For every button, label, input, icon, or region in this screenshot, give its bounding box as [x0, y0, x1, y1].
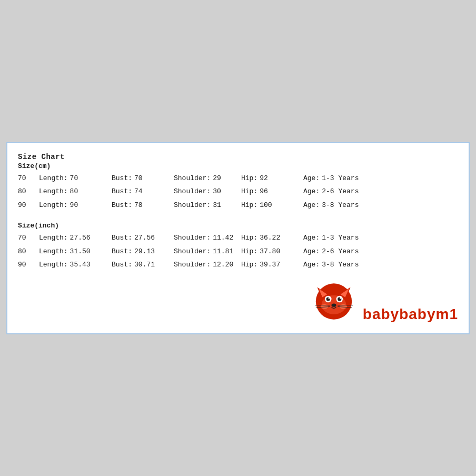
table-row: 70 Length: 27.56 Bust: 27.56 Shoulder: 1… [18, 233, 458, 243]
chart-box: Size Chart Size(cm) 70 Length: 70 Bust: … [6, 142, 470, 334]
age-label: Age: [303, 233, 320, 243]
hip-pair: Hip: 92 [241, 173, 299, 184]
hip-value: 39.37 [260, 260, 286, 270]
age-label: Age: [303, 260, 320, 270]
size-cell: 90 [18, 200, 39, 211]
age-value: 3-8 Years [322, 200, 364, 211]
bust-value: 27.56 [134, 233, 155, 243]
brand-name: babybabym1 [363, 306, 458, 323]
hip-value: 100 [260, 200, 286, 211]
cm-rows-container: 70 Length: 70 Bust: 70 Shoulder: 29 Hip:… [18, 173, 458, 211]
age-pair: Age: 2-6 Years [303, 246, 361, 257]
hip-label: Hip: [241, 233, 257, 243]
table-row: 80 Length: 80 Bust: 74 Shoulder: 30 Hip:… [18, 186, 458, 197]
page-container: Size Chart Size(cm) 70 Length: 70 Bust: … [0, 0, 476, 476]
shoulder-value: 29 [213, 173, 239, 184]
hip-label: Hip: [241, 260, 257, 270]
bust-pair: Bust: 70 [112, 173, 170, 184]
length-pair: Length: 70 [39, 173, 107, 184]
bust-label: Bust: [112, 173, 132, 184]
length-label: Length: [39, 260, 68, 270]
age-value: 1-3 Years [322, 173, 364, 184]
cm-section-label: Size(cm) [18, 162, 458, 170]
chart-title: Size Chart [18, 153, 458, 161]
age-pair: Age: 3-8 Years [303, 200, 361, 211]
shoulder-pair: Shoulder: 12.20 [174, 260, 237, 270]
length-pair: Length: 31.50 [39, 246, 107, 257]
shoulder-pair: Shoulder: 29 [174, 173, 237, 184]
hip-label: Hip: [241, 173, 257, 184]
size-cell: 90 [18, 260, 39, 270]
bust-value: 70 [134, 173, 155, 184]
age-value: 3-8 Years [322, 260, 364, 270]
shoulder-value: 30 [213, 186, 239, 197]
bust-value: 78 [134, 200, 155, 211]
shoulder-pair: Shoulder: 31 [174, 200, 237, 211]
shoulder-label: Shoulder: [174, 186, 211, 197]
svg-point-8 [328, 297, 330, 299]
hip-pair: Hip: 96 [241, 186, 299, 197]
shoulder-value: 12.20 [213, 260, 239, 270]
bust-value: 30.71 [134, 260, 155, 270]
length-value: 35.43 [70, 260, 91, 270]
length-value: 90 [70, 200, 91, 211]
length-label: Length: [39, 246, 68, 257]
size-cell: 80 [18, 186, 39, 197]
size-cell: 80 [18, 246, 39, 257]
bust-label: Bust: [112, 233, 132, 243]
svg-point-12 [331, 303, 336, 306]
hip-value: 92 [260, 173, 286, 184]
length-label: Length: [39, 233, 68, 243]
bust-pair: Bust: 30.71 [112, 260, 170, 270]
svg-point-11 [340, 297, 341, 299]
length-label: Length: [39, 173, 68, 184]
hip-label: Hip: [241, 200, 257, 211]
age-pair: Age: 3-8 Years [303, 260, 361, 270]
length-value: 80 [70, 186, 91, 197]
length-value: 27.56 [70, 233, 91, 243]
age-label: Age: [303, 246, 320, 257]
age-pair: Age: 2-6 Years [303, 186, 361, 197]
age-label: Age: [303, 173, 320, 184]
table-row: 90 Length: 35.43 Bust: 30.71 Shoulder: 1… [18, 260, 458, 270]
length-pair: Length: 27.56 [39, 233, 107, 243]
shoulder-pair: Shoulder: 11.42 [174, 233, 237, 243]
hip-pair: Hip: 39.37 [241, 260, 299, 270]
length-pair: Length: 35.43 [39, 260, 107, 270]
spacer1 [18, 213, 458, 222]
hip-value: 37.80 [260, 246, 286, 257]
bust-label: Bust: [112, 186, 132, 197]
shoulder-label: Shoulder: [174, 200, 211, 211]
size-cell: 70 [18, 173, 39, 184]
bust-pair: Bust: 27.56 [112, 233, 170, 243]
shoulder-label: Shoulder: [174, 260, 211, 270]
shoulder-pair: Shoulder: 11.81 [174, 246, 237, 257]
age-value: 2-6 Years [322, 246, 364, 257]
bust-label: Bust: [112, 246, 132, 257]
length-pair: Length: 90 [39, 200, 107, 211]
shoulder-pair: Shoulder: 30 [174, 186, 237, 197]
inch-rows-container: 70 Length: 27.56 Bust: 27.56 Shoulder: 1… [18, 233, 458, 270]
table-row: 90 Length: 90 Bust: 78 Shoulder: 31 Hip:… [18, 200, 458, 211]
bust-pair: Bust: 74 [112, 186, 170, 197]
bust-label: Bust: [112, 260, 132, 270]
age-value: 2-6 Years [322, 186, 364, 197]
shoulder-value: 31 [213, 200, 239, 211]
bust-value: 29.13 [134, 246, 155, 257]
hip-pair: Hip: 36.22 [241, 233, 299, 243]
hip-label: Hip: [241, 186, 257, 197]
size-cell: 70 [18, 233, 39, 243]
age-pair: Age: 1-3 Years [303, 173, 361, 184]
shoulder-label: Shoulder: [174, 233, 211, 243]
table-row: 70 Length: 70 Bust: 70 Shoulder: 29 Hip:… [18, 173, 458, 184]
age-value: 1-3 Years [322, 233, 364, 243]
length-label: Length: [39, 200, 68, 211]
table-row: 80 Length: 31.50 Bust: 29.13 Shoulder: 1… [18, 246, 458, 257]
hip-value: 96 [260, 186, 286, 197]
hip-pair: Hip: 37.80 [241, 246, 299, 257]
bust-label: Bust: [112, 200, 132, 211]
hip-pair: Hip: 100 [241, 200, 299, 211]
hip-value: 36.22 [260, 233, 286, 243]
shoulder-label: Shoulder: [174, 246, 211, 257]
age-label: Age: [303, 186, 320, 197]
